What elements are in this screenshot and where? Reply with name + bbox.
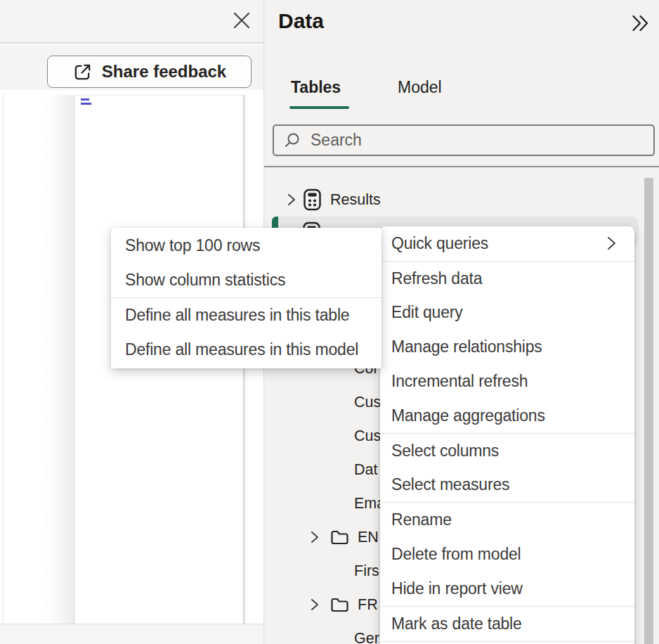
tab-tables[interactable]: Tables xyxy=(291,78,341,97)
tree-item-results[interactable]: Results xyxy=(287,183,381,217)
close-icon xyxy=(235,13,249,27)
context-menu: Quick queries Refresh data Edit query Ma… xyxy=(380,226,634,644)
left-panel-toolbar: Share feedback xyxy=(0,45,263,90)
chevron-right-icon xyxy=(287,191,296,208)
menu-item-select-measures[interactable]: Select measures xyxy=(380,468,634,503)
menu-item-delete-from-model[interactable]: Delete from model xyxy=(380,537,634,572)
search-placeholder: Search xyxy=(311,131,362,150)
search-icon xyxy=(284,132,300,148)
menu-item-refresh-data[interactable]: Refresh data xyxy=(380,262,634,296)
tree-item-column[interactable]: Cus xyxy=(354,385,381,419)
tab-model[interactable]: Model xyxy=(398,78,442,97)
search-input[interactable]: Search xyxy=(273,124,655,156)
collapse-pane-button[interactable] xyxy=(632,15,650,32)
left-panel-header xyxy=(0,0,263,44)
tree-item-column[interactable]: Cus xyxy=(354,419,381,453)
menu-item-mark-as-date-table[interactable]: Mark as date table xyxy=(380,607,634,641)
menu-item-show-column-statistics[interactable]: Show column statistics xyxy=(111,263,381,297)
mini-text-mark xyxy=(81,98,89,101)
share-feedback-label: Share feedback xyxy=(102,62,226,82)
menu-item-manage-relationships[interactable]: Manage relationships xyxy=(380,330,634,364)
active-tab-underline xyxy=(289,106,349,109)
tree-item-folder[interactable]: EN xyxy=(310,520,379,554)
menu-item-select-columns[interactable]: Select columns xyxy=(380,434,634,468)
context-submenu: Show top 100 rows Show column statistics… xyxy=(111,228,381,368)
pane-title: Data xyxy=(278,10,324,32)
chevron-right-icon xyxy=(310,529,320,546)
folder-icon xyxy=(330,529,349,546)
share-feedback-button[interactable]: Share feedback xyxy=(47,56,252,88)
menu-item-edit-query[interactable]: Edit query xyxy=(380,296,634,330)
menu-item-hide-in-report-view[interactable]: Hide in report view xyxy=(380,572,634,606)
menu-item-incremental-refresh[interactable]: Incremental refresh xyxy=(380,364,634,399)
tree-item-folder[interactable]: FR xyxy=(310,588,378,622)
menu-item-rename[interactable]: Rename xyxy=(380,503,634,537)
menu-item-quick-queries[interactable]: Quick queries xyxy=(380,226,634,261)
menu-item-define-all-measures-model[interactable]: Define all measures in this model xyxy=(111,333,381,367)
menu-item-define-all-measures-table[interactable]: Define all measures in this table xyxy=(111,298,381,333)
scrollbar-thumb[interactable] xyxy=(644,178,653,644)
submenu-chevron-icon xyxy=(606,234,617,252)
tree-item-label: Results xyxy=(330,191,381,209)
table-icon xyxy=(304,188,322,211)
mini-text-mark xyxy=(81,103,91,105)
tree-item-column[interactable]: Firs xyxy=(354,554,379,588)
menu-item-show-top-100-rows[interactable]: Show top 100 rows xyxy=(111,228,381,263)
tree-item-column[interactable]: Dat xyxy=(354,453,377,487)
double-chevron-right-icon xyxy=(632,15,650,32)
share-icon xyxy=(72,62,93,82)
close-button[interactable] xyxy=(230,9,253,32)
folder-icon xyxy=(330,596,349,613)
menu-item-manage-aggregations[interactable]: Manage aggregations xyxy=(380,399,634,433)
chevron-right-icon xyxy=(310,596,320,613)
tree-item-column[interactable]: Ger xyxy=(354,622,379,644)
